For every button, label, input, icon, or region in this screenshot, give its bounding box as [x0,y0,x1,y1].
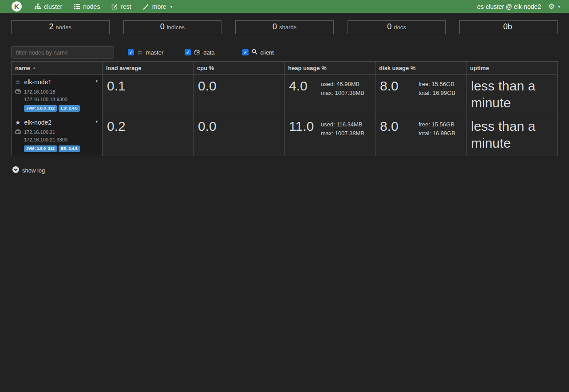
uptime-cell: less than a minute [466,75,557,115]
column-header-heap-usage[interactable]: heap usage % [284,62,375,75]
es-version-badge: ES: 2.4.6 [59,105,80,112]
sort-ascending-icon: ▲ [32,66,36,70]
star-icon: ☆ [137,49,143,55]
filter-row: ✓ ☆ master ✓ data ✓ client [11,46,558,59]
nav-item-rest[interactable]: rest [106,0,137,13]
node-transport-address: 172.16.100.21:9300 [24,137,99,142]
client-filter-toggle[interactable]: ✓ client [242,49,274,56]
node-actions-caret-icon[interactable]: ▾ [95,119,98,124]
navbar: K cluster nodes rest more ▾ es-cluster @… [0,0,569,13]
column-header-cpu[interactable]: cpu % [194,62,284,75]
table-header-row: name ▲ load average cpu % heap usage % d… [12,62,557,75]
kopf-logo-letter: K [14,3,19,10]
stat-docs: 0 docs [348,20,446,34]
disk-free: free: 15.56GB [419,120,455,129]
stat-nodes: 2 nodes [11,20,110,34]
heap-usage-cell: 11.0 used: 116.34MB max: 1007.38MB [284,115,375,156]
check-icon: ✓ [129,50,133,55]
check-icon: ✓ [186,50,190,55]
data-filter-toggle[interactable]: ✓ data [185,49,214,56]
stat-label: indices [167,24,185,31]
data-checkbox[interactable]: ✓ [185,49,191,55]
disk-details: free: 15.56GB total: 16.99GB [419,118,455,138]
master-checkbox[interactable]: ✓ [128,49,134,55]
settings-menu[interactable]: ⚙ ▾ [548,3,560,10]
nav-item-label: more [152,3,166,10]
disk-free: free: 15.56GB [419,80,455,89]
client-checkbox[interactable]: ✓ [242,49,249,55]
master-star-icon[interactable]: ☆ [15,79,21,85]
data-filter-label: data [203,49,214,56]
disk-details: free: 15.56GB total: 16.99GB [419,78,455,98]
show-log-toggle[interactable]: show log [12,166,45,174]
kopf-logo[interactable]: K [12,1,22,12]
gear-icon: ⚙ [548,3,554,10]
check-icon: ✓ [243,50,247,55]
column-header-label: name [15,65,30,71]
column-header-uptime[interactable]: uptime [466,62,557,75]
heap-details: used: 116.34MB max: 1007.38MB [321,118,364,138]
load-average-value: 0.1 [107,78,126,93]
node-name: elk-node1 [24,78,52,86]
node-filter-input[interactable] [11,46,114,59]
load-average-cell: 0.1 [103,75,194,115]
nav-item-label: nodes [83,3,100,10]
cpu-cell: 0.0 [194,115,284,156]
node-row-elk-node1: ☆ elk-node1 ▾ 172.16.100.18 172.16.100.1… [12,75,557,115]
edit-icon [111,4,118,10]
heap-usage-cell: 4.0 used: 46.98MB max: 1007.38MB [284,75,375,115]
column-header-disk-usage[interactable]: disk usage % [375,62,466,75]
jvm-version-badge: JVM: 1.8.0_312 [24,105,57,112]
node-ip-line: 172.16.100.18 [15,89,99,94]
nodes-table: name ▲ load average cpu % heap usage % d… [11,61,558,156]
show-log-label: show log [22,167,45,174]
nav-item-label: cluster [44,3,62,10]
es-version-badge: ES: 2.4.6 [59,145,80,152]
cpu-value: 0.0 [198,78,217,93]
master-filter-label: master [146,49,164,56]
column-header-load-average[interactable]: load average [103,62,194,75]
stat-value: 0 [387,23,391,31]
heap-used: used: 116.34MB [321,120,364,129]
node-name-cell: ☆ elk-node1 ▾ 172.16.100.18 172.16.100.1… [12,75,103,115]
node-badges: JVM: 1.8.0_312 ES: 2.4.6 [24,105,99,112]
master-filter-toggle[interactable]: ✓ ☆ master [128,49,163,56]
heap-used: used: 46.98MB [321,80,364,89]
heap-usage-value: 11.0 [289,118,314,135]
sitemap-icon [35,4,41,9]
cluster-stats-row: 2 nodes 0 indices 0 shards 0 docs 0b [11,20,558,34]
cluster-connection-label: es-cluster @ elk-node2 [477,3,541,10]
nav-item-nodes[interactable]: nodes [68,0,106,13]
stat-value: 0b [503,23,512,31]
magic-wand-icon [143,4,149,10]
stat-indices: 0 indices [123,20,222,34]
column-header-label: heap usage % [288,65,327,71]
nav-item-more[interactable]: more ▾ [137,0,178,13]
hdd-icon [194,49,200,56]
stat-value: 2 [49,23,54,31]
client-filter-label: client [261,49,274,56]
server-list-icon [74,4,80,9]
column-header-label: cpu % [197,65,214,71]
stat-label: shards [279,24,296,31]
uptime-value: less than a minute [471,119,535,150]
uptime-value: less than a minute [471,78,535,110]
node-name: elk-node2 [24,119,52,126]
heap-max: max: 1007.38MB [321,89,364,98]
disk-total: total: 16.99GB [419,89,455,98]
node-transport-address: 172.16.100.18:9300 [24,97,99,102]
disk-usage-value: 8.0 [380,78,399,94]
chevron-circle-down-icon [12,166,19,174]
disk-usage-cell: 8.0 free: 15.56GB total: 16.99GB [375,75,466,115]
navbar-right: es-cluster @ elk-node2 ⚙ ▾ [477,3,560,10]
nav-item-cluster[interactable]: cluster [29,0,68,13]
node-badges: JVM: 1.8.0_312 ES: 2.4.6 [24,145,99,152]
stat-value: 0 [273,23,277,31]
node-ip: 172.16.100.18 [24,89,55,94]
column-header-name[interactable]: name ▲ [12,62,103,75]
node-actions-caret-icon[interactable]: ▾ [95,79,98,83]
chevron-down-icon: ▾ [558,4,560,9]
disk-usage-value: 8.0 [380,118,399,135]
load-average-cell: 0.2 [103,115,194,156]
master-star-icon[interactable]: ★ [15,119,21,125]
